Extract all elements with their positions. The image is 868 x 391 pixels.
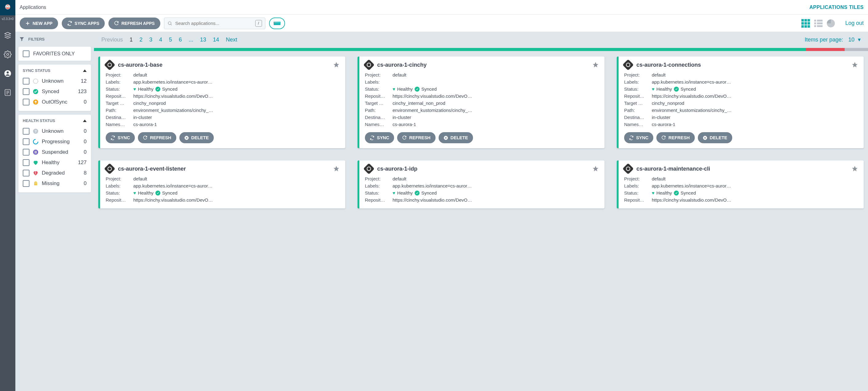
tile-delete-button[interactable]: DELETE [439,132,473,143]
filter-count: 0 [84,99,87,105]
filter-checkbox[interactable] [23,170,30,176]
favorites-checkbox[interactable] [23,50,30,57]
filter-label: Missing [42,180,60,187]
svg-point-5 [7,54,9,56]
logout-link[interactable]: Log out [845,20,864,26]
pager-next[interactable]: Next [226,36,237,43]
favorite-star-icon[interactable] [851,61,858,68]
tile-refresh-button[interactable]: REFRESH [138,132,176,143]
filter-row-outofsync: OutOfSync 0 [23,97,87,107]
content-area: Previous 123456...1314 Next Items per pa… [94,32,868,391]
sync-apps-button[interactable]: SYNC APPS [62,18,105,29]
tile-sync-button[interactable]: SYNC [624,132,653,143]
argo-logo [0,0,16,16]
collapse-icon[interactable] [83,69,87,72]
svg-rect-27 [35,151,35,153]
pager-page-4[interactable]: 4 [159,36,162,43]
svg-point-25 [33,140,38,144]
filter-count: 0 [84,180,87,187]
pager-page-...[interactable]: ... [189,36,193,43]
app-project: default [393,72,599,78]
app-tile[interactable]: cs-aurora-1-base Project:default Labels:… [98,57,345,148]
tile-delete-button[interactable]: DELETE [698,132,732,143]
app-tile[interactable]: cs-aurora-1-idp Project:default Labels:a… [358,161,604,208]
pause-circle-icon [33,149,39,155]
applications-tiles-link[interactable]: APPLICATIONS TILES [809,5,864,10]
view-summary-icon[interactable] [827,19,835,27]
svg-point-29 [35,183,35,183]
collapse-icon[interactable] [83,119,87,122]
view-tiles-icon[interactable] [801,19,810,28]
app-path: environment_kustomizations/cinchy_… [652,108,858,113]
svg-point-3 [6,6,7,7]
pager-page-3[interactable]: 3 [149,36,152,43]
heart-icon: ♥ [652,190,654,196]
heart-icon: ♥ [133,86,136,92]
git-icon [104,163,116,175]
progress-segment [806,48,845,51]
items-per-page[interactable]: Items per page: 10 ▾ [805,36,861,43]
nav-user-icon[interactable] [3,69,12,78]
app-name: cs-aurora-1-base [118,62,162,68]
pager-page-2[interactable]: 2 [140,36,143,43]
view-list-icon[interactable] [814,20,823,27]
filter-checkbox[interactable] [23,88,30,95]
new-app-label: NEW APP [33,21,53,26]
filter-checkbox[interactable] [23,78,30,85]
app-tile[interactable]: cs-aurora-1-cinchy Project:default Label… [358,57,604,148]
app-name: cs-aurora-1-cinchy [377,62,427,68]
app-labels [393,79,599,85]
circle-outline-icon [33,78,39,84]
app-tile[interactable]: cs-aurora-1-connections Project:default … [617,57,864,148]
tile-refresh-button[interactable]: REFRESH [656,132,694,143]
pager-page-1[interactable]: 1 [130,36,133,43]
filter-checkbox[interactable] [23,180,30,187]
check-circle-icon [33,88,39,95]
tile-refresh-button[interactable]: REFRESH [397,132,435,143]
app-tile[interactable]: cs-aurora-1-maintenance-cli Project:defa… [617,161,864,208]
nav-docs-icon[interactable] [3,88,12,97]
tile-delete-button[interactable]: DELETE [179,132,214,143]
favorite-star-icon[interactable] [333,165,340,172]
filter-label: Healthy [42,160,60,166]
pager-page-5[interactable]: 5 [169,36,172,43]
new-app-button[interactable]: NEW APP [20,18,58,29]
pager: Previous 123456...1314 Next Items per pa… [94,32,868,47]
svg-text:?: ? [34,129,36,133]
filter-checkbox[interactable] [23,149,30,156]
search-input[interactable] [175,21,255,26]
app-namespace: cs-aurora-1 [652,122,858,127]
synced-icon [674,191,679,196]
filter-checkbox[interactable] [23,138,30,145]
app-repo: https://cinchy.visualstudio.com/DevO… [133,197,340,202]
filter-row-missing: Missing 0 [23,178,87,189]
pager-page-6[interactable]: 6 [179,36,182,43]
favorite-star-icon[interactable] [592,165,599,172]
version-label: v2.3.3+0 [1,17,15,21]
filter-checkbox[interactable] [23,128,30,135]
view-toggle [801,19,835,28]
favorite-star-icon[interactable] [851,165,858,172]
app-tile[interactable]: cs-aurora-1-event-listener Project:defau… [98,161,345,208]
pager-page-14[interactable]: 14 [213,36,219,43]
nav-apps-icon[interactable] [3,31,12,40]
favorite-star-icon[interactable] [592,61,599,68]
svg-line-13 [171,24,172,25]
refresh-apps-button[interactable]: REFRESH APPS [108,18,160,29]
topbar: Applications APPLICATIONS TILES [16,0,868,15]
heart-icon [33,160,39,166]
filter-checkbox[interactable] [23,159,30,166]
app-name: cs-aurora-1-connections [637,62,701,68]
filter-checkbox[interactable] [23,99,30,106]
tile-sync-button[interactable]: SYNC [106,132,135,143]
app-labels: app.kubernetes.io/instance=cs-auror… [133,79,340,85]
heart-icon: ♥ [393,86,395,92]
favorite-star-icon[interactable] [333,61,340,68]
nav-settings-icon[interactable] [3,50,12,59]
tile-sync-button[interactable]: SYNC [365,132,394,143]
pager-previous[interactable]: Previous [101,36,123,43]
app-status: ♥ Healthy Synced [652,86,858,92]
refresh-apps-label: REFRESH APPS [121,21,155,26]
pager-page-13[interactable]: 13 [200,36,206,43]
ruler-button[interactable] [269,18,285,29]
